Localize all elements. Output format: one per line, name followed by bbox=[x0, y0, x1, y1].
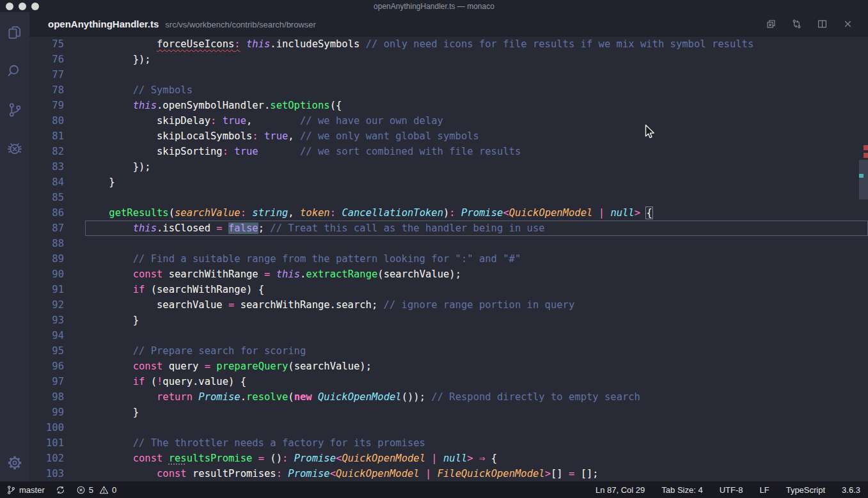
line-number: 97 bbox=[29, 374, 85, 389]
code-text: return Promise.resolve(new QuickOpenMode… bbox=[85, 389, 640, 405]
encoding-status[interactable]: UTF-8 bbox=[720, 485, 743, 495]
tab-size-status[interactable]: Tab Size: 4 bbox=[661, 485, 702, 495]
code-line[interactable]: 85 bbox=[29, 190, 868, 205]
code-text: searchValue = searchWithRange.search; //… bbox=[85, 297, 574, 313]
window-title: openAnythingHandler.ts — monaco bbox=[0, 2, 868, 11]
git-branch-name: master bbox=[19, 485, 45, 495]
code-line[interactable]: 89 // Find a suitable range from the pat… bbox=[29, 251, 868, 267]
git-branch-icon bbox=[6, 485, 16, 495]
code-text: if (searchWithRange) { bbox=[85, 282, 264, 297]
code-line[interactable]: 93 } bbox=[29, 313, 868, 328]
settings-gear-icon[interactable] bbox=[5, 453, 24, 472]
line-number: 92 bbox=[29, 297, 85, 313]
code-text: forceUseIcons: this.includeSymbols // on… bbox=[85, 36, 754, 52]
code-line[interactable]: 80 skipDelay: true, // we have our own d… bbox=[29, 113, 868, 128]
line-number: 82 bbox=[29, 144, 85, 159]
line-number: 86 bbox=[29, 205, 85, 221]
line-number: 84 bbox=[29, 175, 85, 190]
line-number: 76 bbox=[29, 52, 85, 67]
code-line[interactable]: 75 forceUseIcons: this.includeSymbols //… bbox=[29, 36, 868, 52]
cursor-position-status[interactable]: Ln 87, Col 29 bbox=[596, 485, 645, 495]
code-text: const resultPromises: Promise<QuickOpenM… bbox=[85, 466, 599, 481]
code-line[interactable]: 82 skipSorting: true // we sort combined… bbox=[29, 144, 868, 159]
split-editor-icon[interactable] bbox=[817, 19, 828, 29]
warning-count: 0 bbox=[112, 485, 116, 495]
code-line[interactable]: 95 // Prepare search for scoring bbox=[29, 343, 868, 359]
explorer-icon[interactable] bbox=[5, 24, 24, 43]
code-text: } bbox=[85, 175, 115, 190]
code-text: skipLocalSymbols: true, // we only want … bbox=[85, 128, 479, 144]
line-number: 103 bbox=[29, 466, 85, 481]
code-line[interactable]: 86 getResults(searchValue: string, token… bbox=[29, 205, 868, 221]
code-text: this.openSymbolHandler.setOptions({ bbox=[85, 98, 342, 113]
scrollbar-slider[interactable] bbox=[859, 160, 868, 199]
code-line[interactable]: 102 const resultsPromise = (): Promise<Q… bbox=[29, 451, 868, 466]
line-number: 88 bbox=[29, 236, 85, 251]
status-bar: master 5 bbox=[0, 481, 868, 498]
line-number: 101 bbox=[29, 435, 85, 451]
activity-bar bbox=[0, 12, 29, 481]
tab-openanythinghandler[interactable]: openAnythingHandler.ts src/vs/workbench/… bbox=[29, 19, 766, 29]
sync-status[interactable] bbox=[56, 485, 65, 495]
code-line[interactable]: 92 searchValue = searchWithRange.search;… bbox=[29, 297, 868, 313]
code-lines: 75 forceUseIcons: this.includeSymbols //… bbox=[29, 36, 868, 481]
line-number: 102 bbox=[29, 451, 85, 466]
problems-status[interactable]: 5 0 bbox=[76, 485, 116, 495]
line-number: 98 bbox=[29, 389, 85, 405]
line-number: 79 bbox=[29, 98, 85, 113]
code-line[interactable]: 77 bbox=[29, 67, 868, 82]
editor-actions bbox=[766, 19, 868, 29]
close-icon[interactable] bbox=[842, 19, 853, 29]
code-editor[interactable]: 75 forceUseIcons: this.includeSymbols //… bbox=[29, 36, 868, 481]
code-line[interactable]: 103 const resultPromises: Promise<QuickO… bbox=[29, 466, 868, 481]
code-text: if (!query.value) { bbox=[85, 374, 246, 389]
compare-changes-icon[interactable] bbox=[791, 19, 802, 29]
code-text: } bbox=[85, 405, 139, 420]
error-count: 5 bbox=[89, 485, 93, 495]
code-line[interactable]: 87 this.isClosed = false; // Treat this … bbox=[29, 221, 868, 236]
code-text: }); bbox=[85, 159, 151, 175]
line-number: 96 bbox=[29, 359, 85, 374]
code-line[interactable]: 97 if (!query.value) { bbox=[29, 374, 868, 389]
code-line[interactable]: 101 // The throttler needs a factory for… bbox=[29, 435, 868, 451]
line-number: 75 bbox=[29, 36, 85, 52]
code-line[interactable]: 84 } bbox=[29, 175, 868, 190]
code-line[interactable]: 81 skipLocalSymbols: true, // we only wa… bbox=[29, 128, 868, 144]
typescript-version-status[interactable]: 3.6.3 bbox=[842, 485, 860, 495]
code-line[interactable]: 79 this.openSymbolHandler.setOptions({ bbox=[29, 98, 868, 113]
code-line[interactable]: 100 bbox=[29, 420, 868, 435]
code-line[interactable]: 78 // Symbols bbox=[29, 82, 868, 98]
code-text: skipSorting: true // we sort combined wi… bbox=[85, 144, 521, 159]
line-number: 85 bbox=[29, 190, 85, 205]
git-branch-status[interactable]: master bbox=[6, 485, 45, 495]
code-line[interactable]: 90 const searchWithRange = this.extractR… bbox=[29, 267, 868, 282]
line-number: 81 bbox=[29, 128, 85, 144]
code-line[interactable]: 96 const query = prepareQuery(searchValu… bbox=[29, 359, 868, 374]
debug-icon[interactable] bbox=[5, 139, 24, 158]
line-number: 89 bbox=[29, 251, 85, 267]
warning-icon bbox=[99, 485, 109, 495]
code-line[interactable]: 98 return Promise.resolve(new QuickOpenM… bbox=[29, 389, 868, 405]
code-line[interactable]: 99 } bbox=[29, 405, 868, 420]
line-number: 91 bbox=[29, 282, 85, 297]
code-text: }); bbox=[85, 52, 151, 67]
line-number: 100 bbox=[29, 420, 85, 435]
tab-file-path: src/vs/workbench/contrib/search/browser bbox=[165, 20, 316, 29]
line-number: 80 bbox=[29, 113, 85, 128]
code-line[interactable]: 88 bbox=[29, 236, 868, 251]
search-icon[interactable] bbox=[5, 62, 24, 81]
code-line[interactable]: 83 }); bbox=[29, 159, 868, 175]
code-line[interactable]: 94 bbox=[29, 328, 868, 343]
line-number: 87 bbox=[29, 221, 85, 236]
code-line[interactable]: 91 if (searchWithRange) { bbox=[29, 282, 868, 297]
eol-status[interactable]: LF bbox=[759, 485, 769, 495]
line-number: 90 bbox=[29, 267, 85, 282]
code-line[interactable]: 76 }); bbox=[29, 52, 868, 67]
error-icon bbox=[76, 485, 86, 495]
line-number: 95 bbox=[29, 343, 85, 359]
language-mode-status[interactable]: TypeScript bbox=[786, 485, 825, 495]
open-changes-icon[interactable] bbox=[766, 19, 777, 29]
code-text: // Symbols bbox=[85, 82, 193, 98]
source-control-icon[interactable] bbox=[5, 100, 24, 120]
code-text: } bbox=[85, 313, 139, 328]
